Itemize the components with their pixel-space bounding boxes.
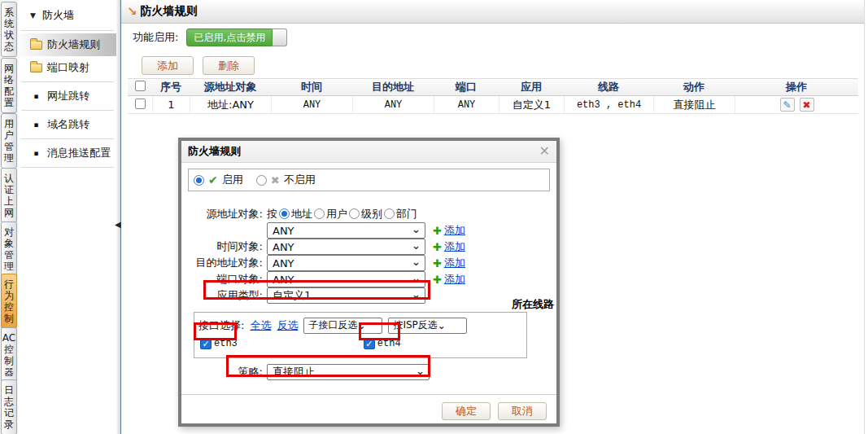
dialog-footer: 确定 取消 <box>181 394 556 427</box>
by-user-radio[interactable] <box>314 208 325 219</box>
menu-item-port-mapping[interactable]: 端口映射 <box>18 56 116 79</box>
port-object-row: 端口对象: ANY ⌄ ✚ 添加 <box>181 271 556 287</box>
add-plus-icon: ✚ <box>433 241 442 253</box>
feature-enable-label: 功能启用: <box>133 30 178 45</box>
time-object-value: ANY <box>273 241 294 253</box>
by-address-radio[interactable] <box>279 208 290 219</box>
select-all-checkbox[interactable] <box>135 81 146 91</box>
add-plus-icon: ✚ <box>433 225 442 237</box>
isp-invert-select[interactable]: 按ISP反选 ⌄ <box>388 318 467 334</box>
add-plus-icon: ✚ <box>433 274 442 286</box>
tab-network-config[interactable]: 网络配置 <box>1 58 17 113</box>
by-department-radio[interactable] <box>384 208 395 219</box>
col-header-seq: 序号 <box>152 80 190 94</box>
tab-system-status[interactable]: 系统状态 <box>1 2 17 57</box>
menu-item-url-redirect[interactable]: ▪ 网址跳转 <box>18 85 116 107</box>
time-object-select[interactable]: ANY ⌄ <box>267 239 425 255</box>
line-section-title: 所在线路 <box>512 297 554 312</box>
source-add-link[interactable]: 添加 <box>444 223 465 238</box>
eth4-checkbox[interactable]: ✓ <box>364 338 375 349</box>
rule-form: 源地址对象: 按 地址 用户 级别 部门 ANY ⌄ <box>181 207 556 304</box>
app-type-select[interactable]: 自定义1 ⌄ <box>267 287 425 304</box>
row-checkbox[interactable] <box>135 99 146 109</box>
row-select-cell <box>128 99 152 112</box>
cancel-button[interactable]: 取消 <box>498 402 547 420</box>
tab-ac-controller[interactable]: AC控制器 <box>1 327 17 383</box>
cell-source: 地址:ANY <box>190 96 271 113</box>
app-root: 系统状态 网络配置 用户管理 认证上网 对象管理 行为控制 AC控制器 日志记录… <box>0 0 868 434</box>
delete-button[interactable]: 删除 <box>203 56 255 75</box>
port-object-value: ANY <box>273 274 294 286</box>
feature-toggle-label[interactable]: 已启用,点击禁用 <box>186 28 273 46</box>
time-add-link[interactable]: 添加 <box>444 239 465 254</box>
disable-radio[interactable] <box>256 175 267 186</box>
menu-item-message-push-config[interactable]: ▪ 消息推送配置 <box>18 142 116 164</box>
interface-item-eth3: ✓ eth3 <box>200 338 238 349</box>
cell-operation: ✎ ✖ <box>735 96 858 113</box>
close-icon[interactable]: ✕ <box>539 145 550 158</box>
tab-object-management[interactable]: 对象管理 <box>1 221 17 277</box>
interface-toolbar: 接口选择: 全选 反选 子接口反选 ⌄ 按ISP反选 ⌄ <box>198 317 526 334</box>
menu-item-domain-redirect[interactable]: ▪ 域名跳转 <box>18 113 116 136</box>
dest-address-row: 目的地址对象: ANY ⌄ ✚ 添加 <box>181 255 556 271</box>
chevron-down-icon: ⌄ <box>412 223 421 235</box>
dest-add-link[interactable]: 添加 <box>444 256 465 270</box>
cell-dest: ANY <box>352 96 434 113</box>
by-label: 按 <box>267 207 277 221</box>
menu-separator <box>21 110 114 111</box>
folder-icon <box>30 64 42 72</box>
port-add-link[interactable]: 添加 <box>444 272 465 287</box>
chevron-down-icon: ⌄ <box>438 320 446 331</box>
edit-icon[interactable]: ✎ <box>780 98 795 112</box>
by-level-radio[interactable] <box>349 208 360 219</box>
add-button[interactable]: 添加 <box>142 56 194 75</box>
cell-seq: 1 <box>152 96 190 113</box>
tab-label: 认证上网 <box>4 173 14 218</box>
menu-item-label: 端口映射 <box>47 60 89 75</box>
enable-option-box: ✔ 启用 ✖ 不启用 <box>188 169 550 191</box>
time-object-row: 时间对象: ANY ⌄ ✚ 添加 <box>181 239 556 255</box>
source-address-select[interactable]: ANY ⌄ <box>267 222 425 239</box>
collapse-arrow-icon[interactable]: ◀ <box>115 220 121 229</box>
policy-row: 策略: 直接阻止 ⌄ <box>181 364 556 380</box>
menu-separator <box>21 138 114 139</box>
time-object-label: 时间对象: <box>185 239 263 254</box>
cross-icon: ✖ <box>271 174 280 186</box>
ok-button[interactable]: 确定 <box>442 402 491 420</box>
menu-item-label: 防火墙规则 <box>47 37 100 52</box>
invert-link[interactable]: 反选 <box>277 318 298 333</box>
delete-icon[interactable]: ✖ <box>800 98 814 112</box>
col-header-source: 源地址对象 <box>190 80 271 94</box>
dialog-title: 防火墙规则 <box>188 144 241 159</box>
eth3-checkbox[interactable]: ✓ <box>200 338 212 349</box>
menu-separator <box>21 30 114 31</box>
policy-select[interactable]: 直接阻止 ⌄ <box>267 364 430 380</box>
cell-time: ANY <box>271 96 352 113</box>
select-all-link[interactable]: 全选 <box>250 318 271 333</box>
app-type-value: 自定义1 <box>273 288 311 303</box>
tab-auth-internet[interactable]: 认证上网 <box>1 168 17 223</box>
tab-log-records[interactable]: 日志记录 <box>1 379 17 434</box>
policy-label: 策略: <box>185 365 263 379</box>
tab-user-management[interactable]: 用户管理 <box>1 113 17 169</box>
port-object-select[interactable]: ANY ⌄ <box>267 271 425 287</box>
menu-group-firewall[interactable]: ▼ 防火墙 <box>18 0 116 28</box>
dest-address-label: 目的地址对象: <box>185 256 263 270</box>
disable-option-label: 不启用 <box>284 173 316 187</box>
add-plus-icon: ✚ <box>433 257 442 270</box>
cell-port: ANY <box>434 96 499 113</box>
interface-select-label: 接口选择: <box>198 318 244 333</box>
col-header-dest: 目的地址 <box>352 80 434 94</box>
feature-toggle-knob[interactable] <box>273 28 287 46</box>
chevron-down-icon: ⌄ <box>412 272 421 284</box>
dest-address-select[interactable]: ANY ⌄ <box>267 255 425 271</box>
bullet-icon: ▪ <box>30 121 42 129</box>
enable-radio[interactable] <box>194 175 204 186</box>
page-title: 防火墙规则 <box>141 4 198 19</box>
feature-toggle[interactable]: 已启用,点击禁用 <box>186 28 287 46</box>
tab-behavior-control[interactable]: 行为控制 <box>1 274 17 329</box>
tab-label: 日志记录 <box>4 384 14 430</box>
menu-item-firewall-rules[interactable]: 防火墙规则 <box>18 33 116 56</box>
chevron-down-icon: ⌄ <box>412 288 421 300</box>
sub-interface-invert-select[interactable]: 子接口反选 ⌄ <box>303 318 382 334</box>
